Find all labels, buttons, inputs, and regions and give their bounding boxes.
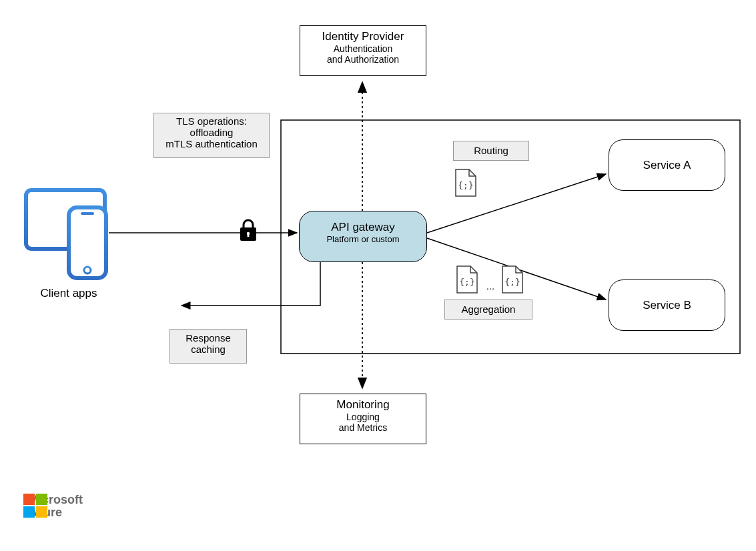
- service-b-box: Service B: [609, 280, 725, 331]
- response-caching-l2: caching: [170, 344, 246, 355]
- svg-text:{;}: {;}: [504, 277, 520, 287]
- svg-rect-10: [23, 494, 35, 505]
- routing-label: Routing: [474, 145, 508, 156]
- azure-logo: Microsoft Azure: [23, 494, 83, 519]
- monitoring-box: Monitoring Logging and Metrics: [300, 394, 426, 444]
- monitoring-sub1: Logging: [300, 412, 426, 422]
- tls-line2: offloading: [154, 127, 269, 138]
- monitoring-title: Monitoring: [300, 398, 426, 412]
- svg-rect-13: [36, 506, 47, 518]
- identity-provider-sub2: and Authorization: [300, 54, 426, 65]
- aggregation-dots: ...: [481, 280, 500, 292]
- aggregation-box: Aggregation: [444, 300, 532, 320]
- service-a-box: Service A: [609, 139, 725, 191]
- api-gateway-sub: Platform or custom: [300, 234, 426, 244]
- identity-provider-sub1: Authentication: [300, 43, 426, 54]
- tls-operations-box: TLS operations: offloading mTLS authenti…: [153, 113, 270, 158]
- document-icon-routing: {;}: [454, 168, 477, 197]
- document-icon-aggregation-2: {;}: [501, 265, 524, 294]
- response-caching-box: Response caching: [169, 329, 247, 364]
- identity-provider-title: Identity Provider: [300, 30, 426, 43]
- client-devices-icon: [22, 185, 112, 285]
- lock-icon: [238, 218, 258, 242]
- identity-provider-box: Identity Provider Authentication and Aut…: [300, 25, 426, 76]
- service-b-label: Service B: [643, 299, 691, 312]
- client-apps-label: Client apps: [29, 287, 109, 300]
- monitoring-sub2: and Metrics: [300, 422, 426, 433]
- routing-box: Routing: [453, 141, 529, 161]
- svg-rect-9: [81, 212, 94, 215]
- aggregation-label: Aggregation: [462, 304, 516, 315]
- svg-rect-12: [23, 506, 35, 518]
- response-caching-l1: Response: [170, 332, 246, 344]
- diagram-canvas: Identity Provider Authentication and Aut…: [0, 0, 756, 551]
- tls-line3: mTLS authentication: [154, 138, 269, 149]
- svg-text:{;}: {;}: [458, 180, 473, 190]
- document-icon-aggregation-1: {;}: [456, 265, 478, 294]
- service-a-label: Service A: [643, 159, 691, 172]
- connectors-svg: [0, 0, 756, 551]
- svg-point-8: [84, 267, 91, 273]
- api-gateway-box: API gateway Platform or custom: [299, 211, 427, 262]
- svg-text:{;}: {;}: [459, 277, 474, 287]
- svg-rect-2: [248, 233, 250, 237]
- microsoft-logo-icon: [23, 494, 49, 519]
- arrow-response-caching: [181, 262, 320, 306]
- api-gateway-title: API gateway: [300, 221, 426, 234]
- svg-rect-11: [36, 494, 47, 505]
- tls-line1: TLS operations:: [154, 115, 269, 127]
